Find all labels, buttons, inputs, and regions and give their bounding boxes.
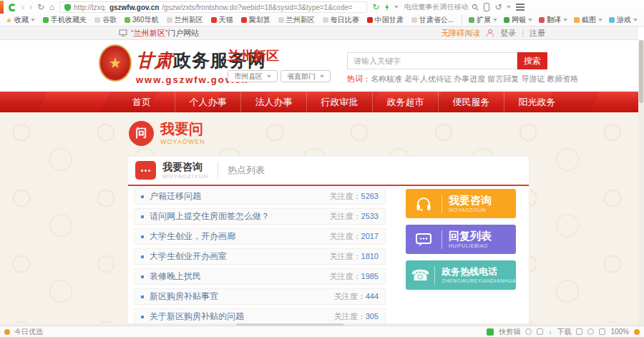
nav-item[interactable]: 政务超市 bbox=[372, 92, 438, 112]
back-button[interactable]: ‹ bbox=[21, 0, 24, 14]
question-row[interactable]: 装修晚上扰民 关注度：1985 bbox=[134, 268, 386, 285]
nav-item[interactable]: 首页 bbox=[109, 92, 175, 112]
main-navigation: 首页 个人办事 法人办事 行政审批 政务超市 便民服务 阳光政务 bbox=[0, 92, 638, 112]
restore-session-icon[interactable]: ↺ bbox=[494, 0, 502, 14]
toolbar-extension-item[interactable]: 游戏 bbox=[609, 15, 638, 25]
bookmarks-container: 手机收藏夹 谷歌 360导航 兰州新区 天猫 聚划算 兰州新区 每日比赛 中国甘… bbox=[43, 15, 454, 25]
bullet-icon bbox=[141, 195, 144, 198]
site-search-input[interactable] bbox=[347, 52, 517, 69]
bookmark-favicon bbox=[278, 17, 284, 23]
portal-link[interactable]: “兰州新区”门户网站 bbox=[119, 28, 199, 39]
bookmark-item[interactable]: 360导航 bbox=[125, 15, 159, 25]
chevron-down-icon bbox=[598, 19, 602, 21]
bullet-icon bbox=[141, 316, 144, 318]
nav-list: 首页 个人办事 法人办事 行政审批 政务超市 便民服务 阳光政务 bbox=[0, 92, 638, 112]
address-bar[interactable]: http://lzxq.gszwfw.gov.cn/gszw/zxts/fron… bbox=[59, 1, 367, 13]
hotline-button-pinyin: ZHENGWUREXIANDIANHUA bbox=[441, 278, 516, 283]
question-link[interactable]: 户籍迁移问题 bbox=[150, 190, 201, 202]
question-link[interactable]: 大学生创业，开办画廊 bbox=[150, 230, 235, 243]
vertical-scrollbar[interactable] bbox=[638, 40, 644, 326]
nav-item[interactable]: 阳光政务 bbox=[504, 92, 570, 112]
question-row[interactable]: 请问网上提交住房面签怎么做？ 关注度：2533 bbox=[134, 208, 386, 225]
scrollbar-thumb[interactable] bbox=[639, 40, 643, 103]
phone-sync-icon[interactable] bbox=[484, 3, 489, 11]
browser-search-box[interactable]: 电信董事长调任移动 bbox=[404, 2, 479, 12]
tool-icon[interactable] bbox=[576, 328, 582, 335]
bookmark-item[interactable]: 每日比赛 bbox=[323, 15, 359, 25]
menu-icon[interactable] bbox=[516, 2, 525, 12]
tool-icon[interactable] bbox=[587, 328, 594, 335]
question-link[interactable]: 大学生创业开办画室 bbox=[150, 250, 227, 263]
question-row[interactable]: 新区购房补贴事宜 关注度：444 bbox=[134, 288, 386, 305]
tab-hot-list[interactable]: 热点列表 bbox=[228, 164, 265, 177]
question-row[interactable]: 大学生创业，开办画廊 关注度：2017 bbox=[134, 228, 386, 245]
bookmark-label: 聚划算 bbox=[249, 15, 270, 25]
extension-icon bbox=[609, 17, 615, 23]
tool-icon[interactable] bbox=[525, 328, 532, 335]
question-bubble-icon: 问 bbox=[129, 121, 154, 146]
toolbar-extension-item[interactable]: 扩展 bbox=[469, 15, 497, 25]
speed-mode-icon[interactable] bbox=[384, 4, 389, 11]
question-link[interactable]: 装修晚上扰民 bbox=[150, 270, 201, 283]
status-left-label[interactable]: 今日优选 bbox=[14, 327, 43, 337]
bullet-icon bbox=[141, 275, 144, 278]
hotline-button-label: 政务热线电话 bbox=[441, 267, 516, 276]
home-button[interactable]: ⌂ bbox=[49, 0, 54, 14]
download-icon[interactable]: ↓ bbox=[548, 328, 552, 336]
download-label[interactable]: 下载 bbox=[557, 327, 571, 337]
extension-label: 网银 bbox=[512, 15, 526, 25]
site-search-button[interactable]: 搜索 bbox=[517, 52, 547, 69]
consult-button[interactable]: 我要咨询 WOYAOZIXUN bbox=[406, 189, 516, 218]
accessibility-link[interactable]: 无障碍阅读 bbox=[441, 28, 480, 39]
bullet-icon bbox=[141, 296, 144, 298]
reply-list-button[interactable]: 回复列表 HUIFULIEBIAO bbox=[406, 225, 516, 254]
bookmark-item[interactable]: 谷歌 bbox=[94, 15, 117, 25]
reply-list-button-pinyin: HUIFULIEBIAO bbox=[449, 243, 492, 248]
bookmark-item[interactable]: 甘肃省公... bbox=[411, 15, 454, 25]
bookmark-item[interactable]: 手机收藏夹 bbox=[43, 15, 87, 25]
hotwords[interactable]: 热词：名称核准 老年人优待证 办事进度 留言回复 导游证 教师资格 bbox=[347, 74, 578, 84]
question-link[interactable]: 关于新区购房补贴的问题 bbox=[150, 311, 244, 323]
register-link[interactable]: 注册 bbox=[530, 28, 545, 39]
reload-icon[interactable]: ↻ bbox=[372, 0, 379, 14]
toolbar-extension-item[interactable]: 网银 bbox=[504, 15, 532, 25]
quick-clip-icon[interactable] bbox=[487, 328, 494, 336]
bookmark-item[interactable]: 中国甘肃 bbox=[367, 15, 404, 25]
question-link[interactable]: 新区购房补贴事宜 bbox=[150, 290, 218, 303]
toolbar-extension-item[interactable]: 截图 bbox=[574, 15, 602, 25]
quick-clip-label[interactable]: 快剪辑 bbox=[499, 327, 520, 337]
city-dropdown[interactable]: 市州县区 bbox=[228, 70, 278, 82]
toolbar-extension-item[interactable]: 翻译 bbox=[539, 15, 567, 25]
nav-item[interactable]: 便民服务 bbox=[438, 92, 504, 112]
hotline-button[interactable]: ☎ 政务热线电话 ZHENGWUREXIANDIANHUA bbox=[406, 260, 516, 290]
reply-list-button-label: 回复列表 bbox=[449, 230, 492, 241]
bookmark-item[interactable]: 兰州新区 bbox=[167, 15, 203, 25]
browser-window: ‹ › ↻ ⌂ http://lzxq.gszwfw.gov.cn/gszw/z… bbox=[0, 0, 644, 337]
promo-icon bbox=[4, 329, 10, 335]
tool-icon[interactable] bbox=[537, 328, 543, 335]
hotwords-list[interactable]: 名称核准 老年人优待证 办事进度 留言回复 导游证 教师资格 bbox=[371, 74, 578, 83]
nav-item[interactable]: 法人办事 bbox=[240, 92, 306, 112]
forward-button[interactable]: › bbox=[29, 0, 32, 14]
section-header: 问 我要问 WOYAOWEN bbox=[129, 121, 205, 146]
nav-item[interactable]: 行政审批 bbox=[306, 92, 372, 112]
url-domain: gszwfw.gov.cn bbox=[109, 4, 159, 11]
zoom-level[interactable]: 100% bbox=[610, 328, 629, 336]
refresh-button[interactable]: ↻ bbox=[37, 0, 44, 14]
favorites-menu[interactable]: ★ 收藏 bbox=[6, 15, 35, 25]
bookmark-item[interactable]: 兰州新区 bbox=[278, 15, 315, 25]
restore-dropdown-icon[interactable] bbox=[507, 6, 511, 9]
search-icon[interactable] bbox=[472, 4, 479, 11]
question-row[interactable]: 关于新区购房补贴的问题 关注度：305 bbox=[134, 308, 386, 325]
tool-icon[interactable] bbox=[599, 328, 605, 335]
mode-dropdown-icon[interactable] bbox=[394, 6, 399, 9]
nav-item[interactable]: 个人办事 bbox=[175, 92, 240, 112]
bookmark-favicon bbox=[411, 17, 417, 23]
dept-dropdown[interactable]: 省直部门 bbox=[280, 70, 331, 82]
question-row[interactable]: 大学生创业开办画室 关注度：1810 bbox=[134, 248, 386, 265]
login-link[interactable]: 登录 bbox=[500, 28, 516, 39]
question-link[interactable]: 请问网上提交住房面签怎么做？ bbox=[150, 210, 270, 223]
bookmark-item[interactable]: 聚划算 bbox=[241, 15, 270, 25]
bookmark-item[interactable]: 天猫 bbox=[211, 15, 233, 25]
question-row[interactable]: 户籍迁移问题 关注度：5263 bbox=[134, 188, 386, 205]
